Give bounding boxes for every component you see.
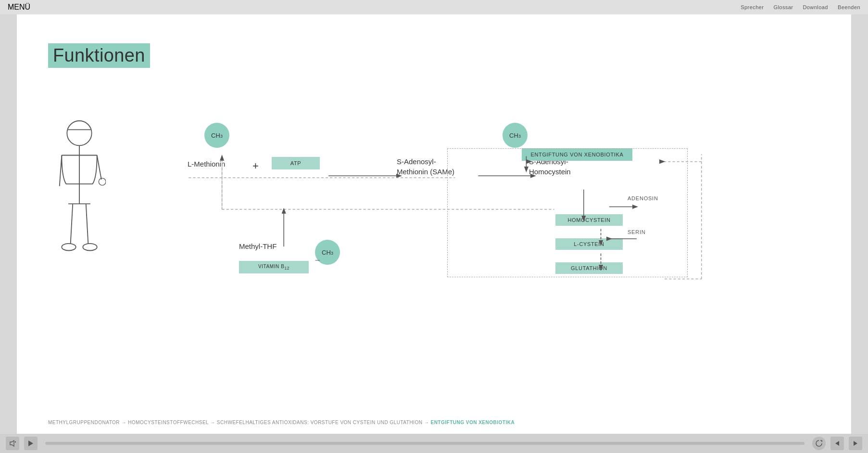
nav-beenden[interactable]: Beenden (838, 4, 860, 10)
human-figure-icon (53, 111, 106, 279)
breadcrumb-item-1[interactable]: METHYLGRUPPENDONATOR (48, 420, 120, 425)
left-panel (0, 14, 17, 434)
svg-line-5 (97, 155, 101, 180)
main-area: Funktionen (0, 14, 868, 434)
progress-bar-container[interactable] (45, 442, 805, 445)
ch3-bubble-1: CH3 (204, 123, 229, 148)
ch3-bubble-2: CH3 (503, 123, 528, 148)
nav-sprecher[interactable]: Sprecher (741, 4, 764, 10)
diagram: CH3 L-Methionin + ATP S-Adenosyl-Methion… (17, 53, 851, 405)
breadcrumb-arrow-3: → (424, 420, 431, 425)
vitamin-b12-box: VITAMIN B12 (239, 261, 309, 273)
breadcrumb-item-3[interactable]: SCHWEFELHALTIGES ANTIOXIDANS: VORSTUFE V… (217, 420, 423, 425)
refresh-button[interactable] (812, 437, 826, 450)
nav-glossar[interactable]: Glossar (773, 4, 793, 10)
top-bar: MENÜ Sprecher Glossar Download Beenden (0, 0, 868, 14)
arrows-svg (17, 53, 851, 405)
dashed-outer-box (447, 148, 688, 277)
svg-point-9 (62, 244, 75, 251)
svg-point-6 (99, 178, 106, 185)
svg-marker-34 (835, 441, 839, 446)
breadcrumb-item-2[interactable]: HOMOCYSTEINSTOFFWECHSEL (128, 420, 209, 425)
plus-sign: + (252, 160, 259, 172)
breadcrumb-arrow-2: → (210, 420, 217, 425)
controls-bar (0, 434, 868, 453)
menu-label[interactable]: MENÜ (8, 3, 30, 12)
svg-line-7 (71, 204, 73, 244)
svg-point-10 (83, 244, 97, 251)
mute-button[interactable] (6, 437, 19, 450)
methyl-thf-label: Methyl-THF (239, 242, 277, 250)
slide: Funktionen (17, 14, 851, 434)
atp-box: ATP (272, 157, 320, 169)
breadcrumb-arrow-1: → (121, 420, 128, 425)
prev-button[interactable] (830, 437, 844, 450)
breadcrumb: METHYLGRUPPENDONATOR → HOMOCYSTEINSTOFFW… (48, 420, 515, 425)
svg-line-8 (86, 204, 88, 244)
ch3-bubble-3: CH3 (315, 240, 340, 265)
svg-marker-33 (28, 440, 33, 446)
play-button[interactable] (24, 437, 38, 450)
nav-download[interactable]: Download (803, 4, 828, 10)
breadcrumb-item-active[interactable]: ENTGIFTUNG VON XENOBIOTIKA (430, 420, 515, 425)
svg-marker-30 (10, 440, 14, 446)
right-panel (851, 14, 868, 434)
svg-marker-35 (854, 441, 857, 446)
s-adenosyl-methionin-label: S-Adenosyl-Methionin (SAMe) (397, 156, 454, 177)
l-methionin-label: L-Methionin (188, 160, 225, 168)
next-button[interactable] (849, 437, 862, 450)
topbar-nav: Sprecher Glossar Download Beenden (741, 4, 860, 10)
svg-point-0 (67, 121, 91, 145)
